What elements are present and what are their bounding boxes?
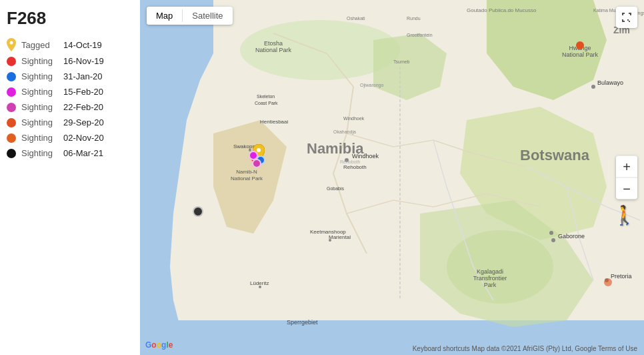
sighting-date-6: 06-Mar-21 <box>63 148 103 158</box>
sighting-label-2: Sighting <box>21 87 58 97</box>
sighting-row-3: Sighting 22-Feb-20 <box>7 100 133 114</box>
svg-text:Namib-N: Namib-N <box>236 169 257 175</box>
satellite-tab[interactable]: Satellite <box>183 7 232 25</box>
sighting-dot-4 <box>7 118 16 127</box>
google-logo: Google <box>145 340 173 350</box>
sighting-dot-0 <box>7 57 16 66</box>
zoom-controls: + − <box>616 156 637 200</box>
svg-text:National Park: National Park <box>255 47 292 53</box>
svg-text:Windhoek: Windhoek <box>352 153 379 159</box>
svg-point-51 <box>549 231 553 235</box>
sighting-date-2: 15-Feb-20 <box>63 87 103 97</box>
tagged-row: Tagged 14-Oct-19 <box>7 37 133 53</box>
svg-text:Windhoek: Windhoek <box>343 116 365 121</box>
svg-text:Grootfontein: Grootfontein <box>407 33 433 37</box>
animal-id: F268 <box>7 8 133 29</box>
sighting-date-4: 29-Sep-20 <box>63 117 104 127</box>
sighting-label-4: Sighting <box>21 117 58 127</box>
svg-text:Botswana: Botswana <box>520 147 590 163</box>
sighting-dot-1 <box>7 72 16 81</box>
svg-text:Goutado Publica.do Mucusso: Goutado Publica.do Mucusso <box>467 7 537 13</box>
sighting-marker-3 <box>252 159 261 168</box>
svg-text:Rehoboth: Rehoboth <box>343 164 367 170</box>
svg-text:Pretoria: Pretoria <box>611 273 632 280</box>
tagged-label: Tagged <box>21 40 58 50</box>
sighting-date-5: 02-Nov-20 <box>63 133 104 143</box>
sighting-label-0: Sighting <box>21 56 58 66</box>
tagged-icon <box>7 39 16 51</box>
svg-text:Keetmanshoop: Keetmanshoop <box>310 229 346 235</box>
svg-text:Rundu: Rundu <box>407 16 421 21</box>
svg-text:Sperrgebiet: Sperrgebiet <box>287 319 318 326</box>
svg-text:Ojiwarongo: Ojiwarongo <box>360 83 384 88</box>
svg-point-6 <box>551 238 555 242</box>
svg-point-3 <box>447 230 553 304</box>
svg-text:Rehoboth: Rehoboth <box>340 159 360 164</box>
zoom-out-button[interactable]: − <box>616 178 637 200</box>
sighting-row-1: Sighting 31-Jan-20 <box>7 69 133 83</box>
zoom-in-button[interactable]: + <box>616 156 637 178</box>
person-icon: 🚶 <box>613 204 636 226</box>
svg-text:Gaborone: Gaborone <box>558 233 585 240</box>
sighting-date-1: 31-Jan-20 <box>63 71 103 81</box>
svg-text:Skeleton: Skeleton <box>257 94 275 99</box>
svg-text:Bulawayo: Bulawayo <box>597 79 623 86</box>
map-type-toggle: Map Satellite <box>147 7 233 25</box>
svg-text:Etosha: Etosha <box>264 40 283 47</box>
sighting-marker-orange2 <box>193 206 203 217</box>
sighting-row-0: Sighting 16-Nov-19 <box>7 54 133 68</box>
sighting-row-5: Sighting 02-Nov-20 <box>7 131 133 145</box>
svg-point-49 <box>576 41 584 49</box>
svg-text:Tsumeb: Tsumeb <box>393 59 410 64</box>
sighting-label-5: Sighting <box>21 133 58 143</box>
svg-point-7 <box>591 85 595 89</box>
sighting-dot-3 <box>7 103 16 112</box>
svg-text:Transfrontier: Transfrontier <box>473 275 507 282</box>
sighting-dot-2 <box>7 87 16 97</box>
sighting-dot-6 <box>7 149 16 158</box>
svg-text:Mariental: Mariental <box>329 234 351 240</box>
svg-text:Coast Park: Coast Park <box>255 101 278 105</box>
svg-text:Gobabis: Gobabis <box>327 186 345 191</box>
legend-panel: F268 Tagged 14-Oct-19 Sighting 16-Nov-19… <box>0 0 140 355</box>
svg-text:Oshakati: Oshakati <box>347 16 365 21</box>
svg-text:Park: Park <box>484 282 497 288</box>
svg-text:National Park: National Park <box>231 175 263 182</box>
sighting-row-6: Sighting 06-Mar-21 <box>7 146 133 160</box>
map-tab[interactable]: Map <box>147 7 182 25</box>
map-container[interactable]: Map Satellite <box>140 0 644 355</box>
svg-text:Hentiesbaai: Hentiesbaai <box>260 119 288 125</box>
svg-point-0 <box>10 41 13 45</box>
svg-text:Kgalagadi: Kgalagadi <box>477 268 503 275</box>
sighting-row-4: Sighting 29-Sep-20 <box>7 115 133 129</box>
sighting-date-0: 16-Nov-19 <box>63 56 104 66</box>
svg-text:Lüderitz: Lüderitz <box>250 280 269 286</box>
sighting-dot-5 <box>7 133 16 143</box>
sighting-row-2: Sighting 15-Feb-20 <box>7 85 133 99</box>
svg-text:Okahandja: Okahandja <box>333 129 356 135</box>
fullscreen-button[interactable] <box>616 7 637 28</box>
sighting-label-6: Sighting <box>21 148 58 158</box>
svg-point-50 <box>604 278 612 286</box>
sighting-label-3: Sighting <box>21 102 58 112</box>
tagged-date: 14-Oct-19 <box>63 40 102 50</box>
sighting-label-1: Sighting <box>21 71 58 81</box>
svg-text:National Park: National Park <box>562 51 599 58</box>
map-footer: Keyboard shortcuts Map data ©2021 AfriGI… <box>413 345 637 352</box>
sighting-date-3: 22-Feb-20 <box>63 102 103 112</box>
